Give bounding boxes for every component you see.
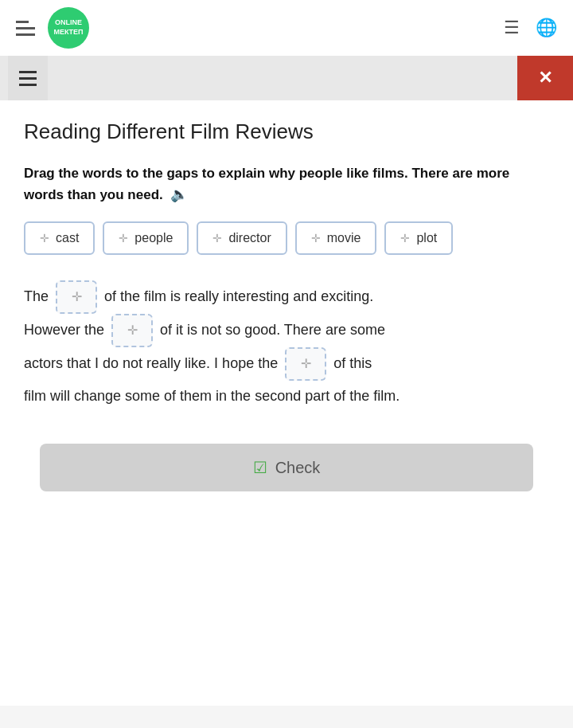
sentence1-before: The [24, 288, 49, 303]
sentence2-before: However the [24, 321, 104, 337]
sentence2-after: of it is not so good. There are some [160, 321, 385, 337]
close-button[interactable]: ✕ [517, 56, 573, 100]
move-icon: ✛ [119, 232, 128, 245]
word-chip-movie[interactable]: ✛ movie [295, 221, 377, 255]
check-label: Check [275, 459, 321, 477]
word-chip-plot[interactable]: ✛ plot [384, 221, 453, 255]
sentence3: actors that I do not really like. I hope… [24, 354, 278, 370]
word-label: cast [56, 231, 79, 245]
check-button[interactable]: ☑ Check [40, 444, 533, 491]
word-label: plot [416, 231, 437, 245]
hamburger-menu-icon[interactable] [16, 21, 35, 36]
speaker-icon[interactable]: 🔈 [170, 186, 188, 202]
logo: ONLINE МЕКТЕП [48, 7, 89, 49]
list-icon[interactable]: ☰ [504, 18, 520, 38]
word-chip-director[interactable]: ✛ director [197, 221, 286, 255]
sub-header: ✕ [0, 56, 573, 100]
move-icon: ✛ [400, 232, 410, 245]
sentence4: film will change some of them in the sec… [24, 388, 400, 404]
header-right: ☰ 🌐 [504, 18, 557, 38]
header-left: ONLINE МЕКТЕП [16, 7, 89, 49]
word-label: movie [327, 231, 361, 245]
word-label: director [228, 231, 271, 245]
check-section: ☑ Check [24, 444, 549, 491]
header: ONLINE МЕКТЕП ☰ 🌐 [0, 0, 573, 56]
check-icon: ☑ [253, 458, 267, 477]
menu-button[interactable] [8, 56, 48, 100]
drop-slot-1[interactable]: ✛ [56, 280, 97, 314]
move-icon: ✛ [311, 232, 321, 245]
main-content: Reading Different Film Reviews Drag the … [0, 100, 573, 706]
word-chip-people[interactable]: ✛ people [103, 221, 189, 255]
instruction-text: Drag the words to the gaps to explain wh… [24, 163, 549, 205]
move-icon: ✛ [40, 232, 49, 245]
exercise-text: The ✛ of the film is really interesting … [24, 280, 549, 413]
sentence3-after: of this [333, 354, 372, 370]
drop-slot-3[interactable]: ✛ [285, 347, 326, 381]
word-chip-cast[interactable]: ✛ cast [24, 221, 95, 255]
globe-icon[interactable]: 🌐 [536, 18, 557, 38]
sentence1-after: of the film is really interesting and ex… [104, 288, 373, 303]
page-title: Reading Different Film Reviews [24, 119, 549, 144]
word-bank: ✛ cast ✛ people ✛ director ✛ movie ✛ plo… [24, 221, 549, 255]
word-label: people [134, 231, 173, 245]
move-icon: ✛ [212, 232, 222, 245]
drop-slot-2[interactable]: ✛ [111, 314, 153, 347]
